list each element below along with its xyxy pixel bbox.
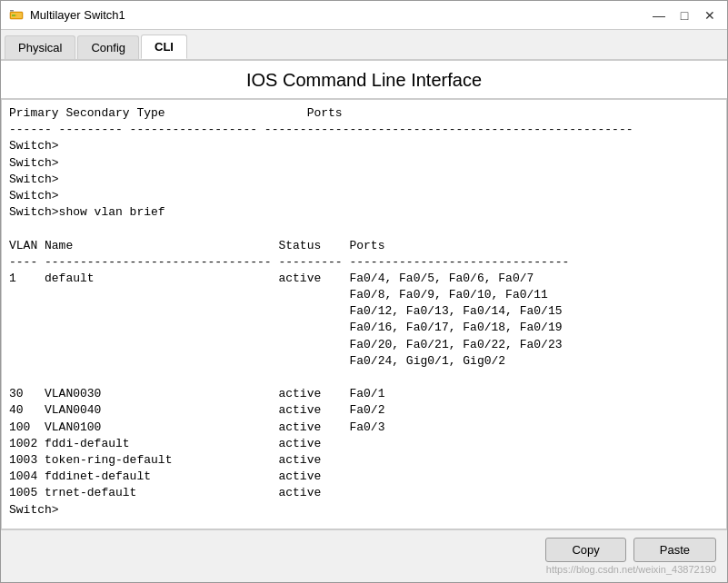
bottom-bar: Copy Paste https://blog.csdn.net/weixin_… xyxy=(1,529,727,582)
copy-button[interactable]: Copy xyxy=(545,538,625,562)
maximize-button[interactable]: □ xyxy=(674,5,694,25)
window-controls: — □ ✕ xyxy=(649,5,720,25)
svg-rect-5 xyxy=(10,10,14,12)
title-bar: Multilayer Switch1 — □ ✕ xyxy=(1,1,727,30)
tab-config[interactable]: Config xyxy=(77,35,139,59)
cli-terminal[interactable] xyxy=(1,99,727,529)
bottom-bar-inner: Copy Paste https://blog.csdn.net/weixin_… xyxy=(12,538,716,575)
tab-cli[interactable]: CLI xyxy=(141,35,187,59)
action-buttons: Copy Paste xyxy=(545,538,716,562)
paste-button[interactable]: Paste xyxy=(633,538,716,562)
main-content: IOS Command Line Interface Copy Paste ht… xyxy=(1,61,727,582)
main-window: Multilayer Switch1 — □ ✕ Physical Config… xyxy=(0,0,728,583)
minimize-button[interactable]: — xyxy=(649,5,669,25)
page-title: IOS Command Line Interface xyxy=(1,61,727,99)
tab-physical[interactable]: Physical xyxy=(5,35,75,59)
tab-bar: Physical Config CLI xyxy=(1,30,727,61)
svg-point-3 xyxy=(14,15,15,16)
close-button[interactable]: ✕ xyxy=(700,5,720,25)
watermark: https://blog.csdn.net/weixin_43872190 xyxy=(546,564,716,575)
svg-point-4 xyxy=(15,15,17,16)
app-icon xyxy=(8,7,25,24)
window-title: Multilayer Switch1 xyxy=(30,8,649,22)
svg-point-2 xyxy=(12,15,14,16)
terminal-wrapper xyxy=(1,99,727,529)
